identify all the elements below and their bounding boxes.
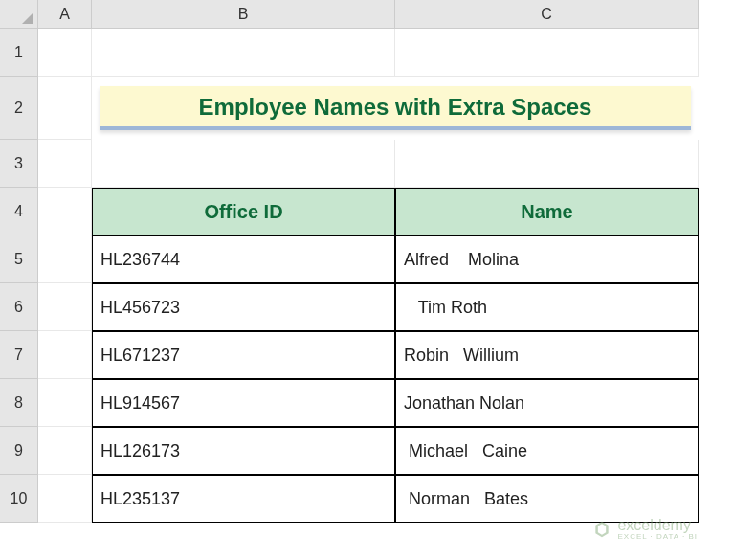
row-header-5[interactable]: 5 bbox=[0, 235, 38, 283]
row-header-8[interactable]: 8 bbox=[0, 379, 38, 427]
row-header-4[interactable]: 4 bbox=[0, 188, 38, 235]
table-row[interactable]: Tim Roth bbox=[395, 283, 699, 331]
col-header-c[interactable]: C bbox=[395, 0, 699, 29]
table-row[interactable]: HL671237 bbox=[92, 331, 395, 379]
row-header-6[interactable]: 6 bbox=[0, 283, 38, 331]
cell-b1[interactable] bbox=[92, 29, 395, 77]
row-header-7[interactable]: 7 bbox=[0, 331, 38, 379]
table-row[interactable]: HL456723 bbox=[92, 283, 395, 331]
row-header-2[interactable]: 2 bbox=[0, 77, 38, 140]
row-header-1[interactable]: 1 bbox=[0, 29, 38, 77]
watermark: exceldemy EXCEL · DATA · BI bbox=[592, 518, 698, 541]
brand-logo-icon bbox=[592, 520, 612, 539]
cell-a6[interactable] bbox=[38, 283, 92, 331]
cell-a1[interactable] bbox=[38, 29, 92, 77]
cell-a3[interactable] bbox=[38, 140, 92, 188]
cell-a5[interactable] bbox=[38, 235, 92, 283]
brand-name: exceldemy bbox=[617, 518, 698, 533]
table-row[interactable]: HL126173 bbox=[92, 427, 395, 475]
cell-a4[interactable] bbox=[38, 188, 92, 235]
cell-a2[interactable] bbox=[38, 77, 92, 140]
cell-c3[interactable] bbox=[395, 140, 699, 188]
row-header-3[interactable]: 3 bbox=[0, 140, 38, 188]
cell-a7[interactable] bbox=[38, 331, 92, 379]
title-merged-cell[interactable]: Employee Names with Extra Spaces bbox=[92, 77, 699, 140]
row-header-9[interactable]: 9 bbox=[0, 427, 38, 475]
cell-c1[interactable] bbox=[395, 29, 699, 77]
table-row[interactable]: Robin Willium bbox=[395, 331, 699, 379]
col-header-a[interactable]: A bbox=[38, 0, 92, 29]
col-header-b[interactable]: B bbox=[92, 0, 395, 29]
table-row[interactable]: Norman Bates bbox=[395, 475, 699, 523]
table-header-office-id[interactable]: Office ID bbox=[92, 188, 395, 235]
table-header-name[interactable]: Name bbox=[395, 188, 699, 235]
table-row[interactable]: Alfred Molina bbox=[395, 235, 699, 283]
table-row[interactable]: Jonathan Nolan bbox=[395, 379, 699, 427]
table-row[interactable]: HL235137 bbox=[92, 475, 395, 523]
select-all-corner[interactable] bbox=[0, 0, 38, 29]
table-row[interactable]: HL236744 bbox=[92, 235, 395, 283]
cell-a9[interactable] bbox=[38, 427, 92, 475]
table-row[interactable]: Michael Caine bbox=[395, 427, 699, 475]
brand-tagline: EXCEL · DATA · BI bbox=[617, 533, 698, 541]
row-header-10[interactable]: 10 bbox=[0, 475, 38, 523]
spreadsheet-grid: A B C 1 2 Employee Names with Extra Spac… bbox=[0, 0, 734, 523]
table-row[interactable]: HL914567 bbox=[92, 379, 395, 427]
cell-a10[interactable] bbox=[38, 475, 92, 523]
cell-a8[interactable] bbox=[38, 379, 92, 427]
page-title: Employee Names with Extra Spaces bbox=[100, 86, 691, 130]
cell-b3[interactable] bbox=[92, 140, 395, 188]
